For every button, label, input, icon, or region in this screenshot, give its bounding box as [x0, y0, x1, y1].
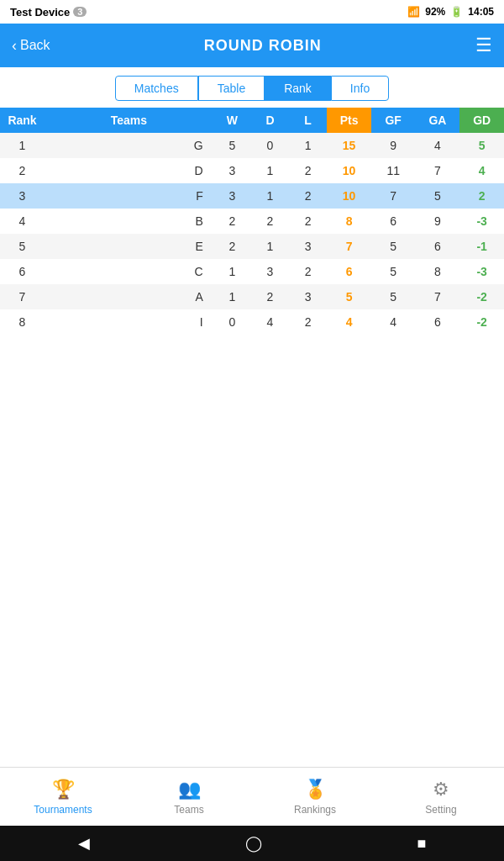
- nav-tournaments[interactable]: 🏆 Tournaments: [0, 779, 126, 816]
- teams-icon: 👥: [178, 779, 201, 800]
- status-bar: Test Device 3 📶 92% 🔋 14:05: [0, 0, 504, 24]
- header: ‹ Back ROUND ROBIN ☰: [0, 24, 504, 67]
- nav-setting[interactable]: ⚙ Setting: [378, 779, 504, 816]
- col-pts: Pts: [327, 108, 371, 133]
- nav-teams[interactable]: 👥 Teams: [126, 779, 252, 816]
- col-ga: GA: [416, 108, 460, 133]
- setting-icon: ⚙: [433, 779, 449, 800]
- tab-table[interactable]: Table: [198, 76, 265, 101]
- tab-rank[interactable]: Rank: [265, 76, 331, 101]
- nav-tournaments-label: Tournaments: [34, 804, 92, 816]
- bottom-navigation: 🏆 Tournaments 👥 Teams 🏅 Rankings ⚙ Setti…: [0, 767, 504, 826]
- table-row: 1G50115945: [0, 133, 504, 158]
- col-d: D: [251, 108, 289, 133]
- notif-badge: 3: [73, 7, 87, 17]
- table-row: 7A123557-2: [0, 284, 504, 309]
- table-row: 8I042446-2: [0, 309, 504, 335]
- nav-rankings[interactable]: 🏅 Rankings: [252, 779, 378, 816]
- system-nav-bar: ◀ ◯ ■: [0, 826, 504, 861]
- table-row: 4B222869-3: [0, 209, 504, 234]
- wifi-icon: 📶: [407, 6, 420, 18]
- table-row: 6C132658-3: [0, 259, 504, 284]
- menu-icon[interactable]: ☰: [475, 34, 492, 56]
- back-sys-button[interactable]: ◀: [78, 834, 90, 853]
- nav-setting-label: Setting: [425, 804, 456, 816]
- col-l: L: [289, 108, 327, 133]
- table-row: 3F31210752: [0, 183, 504, 209]
- tab-info[interactable]: Info: [331, 76, 389, 101]
- col-w: W: [213, 108, 251, 133]
- recents-sys-button[interactable]: ■: [417, 835, 427, 853]
- rankings-table: Rank Teams W D L Pts GF GA GD 1G50115945…: [0, 108, 504, 335]
- nav-rankings-label: Rankings: [294, 804, 336, 816]
- col-teams: Teams: [45, 108, 213, 133]
- tab-matches[interactable]: Matches: [115, 76, 198, 101]
- table-row: 2D312101174: [0, 158, 504, 183]
- battery-level: 92%: [425, 6, 445, 18]
- table-header: Rank Teams W D L Pts GF GA GD: [0, 108, 504, 133]
- col-gd: GD: [459, 108, 504, 133]
- tournaments-icon: 🏆: [52, 779, 75, 800]
- page-title: ROUND ROBIN: [204, 37, 322, 55]
- back-button[interactable]: ‹ Back: [12, 37, 50, 55]
- table-row: 5E213756-1: [0, 234, 504, 259]
- time: 14:05: [468, 6, 494, 18]
- nav-teams-label: Teams: [174, 804, 203, 816]
- back-label: Back: [20, 38, 50, 53]
- tab-bar: Matches Table Rank Info: [0, 67, 504, 108]
- device-name: Test Device: [10, 6, 70, 18]
- col-rank: Rank: [0, 108, 45, 133]
- home-sys-button[interactable]: ◯: [245, 834, 262, 853]
- rankings-icon: 🏅: [304, 779, 327, 800]
- battery-icon: 🔋: [450, 6, 463, 18]
- back-arrow-icon: ‹: [12, 37, 17, 55]
- col-gf: GF: [371, 108, 416, 133]
